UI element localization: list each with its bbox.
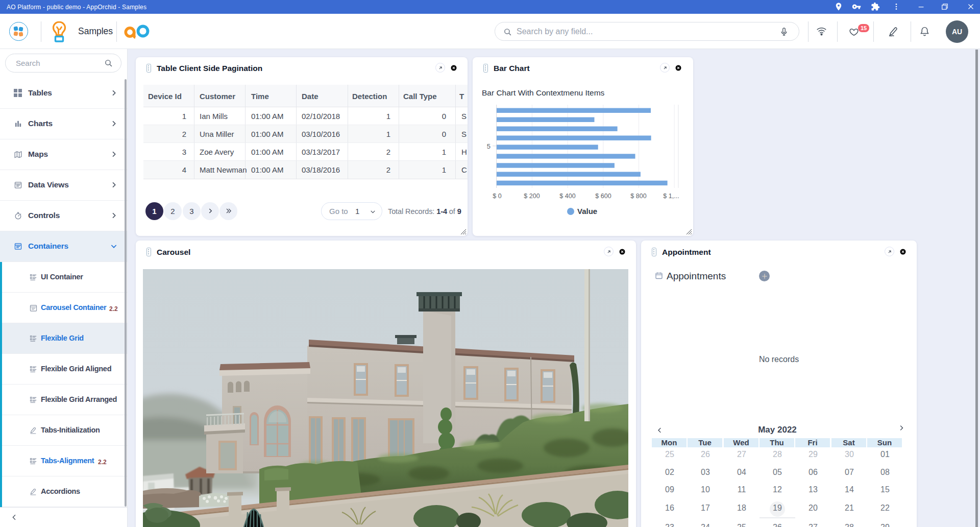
svg-text:$ 800: $ 800: [630, 193, 646, 200]
svg-text:$ 200: $ 200: [524, 193, 540, 200]
svg-text:$ 0: $ 0: [493, 193, 501, 200]
svg-text:$ 600: $ 600: [595, 193, 611, 200]
svg-text:$ 400: $ 400: [559, 193, 575, 200]
svg-text:$ 1,...: $ 1,...: [663, 193, 679, 200]
svg-text:Value: Value: [577, 207, 597, 215]
svg-text:5: 5: [487, 142, 491, 150]
